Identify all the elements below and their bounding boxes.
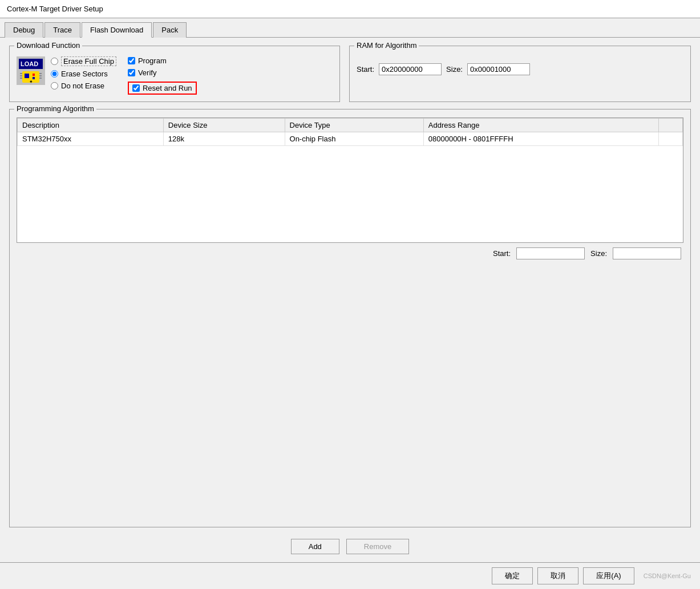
svg-rect-9 (20, 78, 22, 79)
col-device-size: Device Size (163, 119, 285, 132)
reset-and-run-label: Reset and Run (143, 84, 192, 92)
ram-legend: RAM for Algorithm (354, 41, 419, 50)
algo-table: Description Device Size Device Type Addr… (17, 118, 683, 146)
reset-and-run-checkbox[interactable] (132, 84, 140, 92)
col-extra (658, 119, 682, 132)
window-title: Cortex-M Target Driver Setup (7, 5, 103, 13)
algo-bottom: Start: Size: (17, 247, 683, 259)
svg-rect-8 (20, 75, 22, 76)
ram-start-input[interactable] (379, 63, 442, 75)
tab-trace[interactable]: Trace (44, 22, 80, 38)
title-bar: Cortex-M Target Driver Setup (0, 0, 700, 18)
cell-device-size: 128k (163, 132, 285, 146)
cell-description: STM32H750xx (18, 132, 164, 146)
cell-extra (658, 132, 682, 146)
ram-start-label: Start: (357, 65, 374, 74)
algo-size-label: Size: (590, 249, 607, 258)
erase-sectors-label: Erase Sectors (61, 70, 108, 78)
erase-sectors-option[interactable]: Erase Sectors (51, 70, 116, 78)
algo-start-input[interactable] (516, 247, 585, 259)
verify-option[interactable]: Verify (128, 68, 197, 77)
download-function-group: Download Function LOAD (9, 46, 340, 102)
button-row: Add Remove (9, 539, 691, 554)
algo-table-header: Description Device Size Device Type Addr… (18, 119, 683, 132)
svg-rect-10 (39, 73, 42, 74)
verify-checkbox[interactable] (128, 69, 135, 76)
prog-algo-legend: Programming Algorithm (14, 104, 96, 113)
ok-button[interactable]: 确定 (492, 567, 533, 584)
svg-rect-7 (20, 73, 22, 74)
table-row[interactable]: STM32H750xx 128k On-chip Flash 08000000H… (18, 132, 683, 146)
col-device-type: Device Type (285, 119, 423, 132)
ram-size-input[interactable] (467, 63, 530, 75)
tab-bar: Debug Trace Flash Download Pack (0, 18, 700, 38)
cancel-button[interactable]: 取消 (537, 567, 578, 584)
reset-and-run-highlight: Reset and Run (128, 82, 197, 95)
do-not-erase-label: Do not Erase (61, 82, 104, 90)
svg-rect-4 (25, 74, 29, 78)
tab-pack[interactable]: Pack (153, 22, 187, 38)
load-icon: LOAD (17, 56, 45, 85)
ram-for-algorithm-group: RAM for Algorithm Start: Size: (349, 46, 691, 102)
df-inner: LOAD (17, 54, 333, 95)
ram-fields: Start: Size: (357, 63, 683, 75)
download-function-legend: Download Function (14, 41, 82, 50)
erase-full-chip-radio[interactable] (51, 58, 58, 65)
content-area: Download Function LOAD (0, 38, 700, 562)
watermark: CSDN@Kent-Gu (644, 572, 691, 579)
remove-button[interactable]: Remove (346, 539, 409, 554)
algo-table-body: STM32H750xx 128k On-chip Flash 08000000H… (18, 132, 683, 146)
dialog-body: Debug Trace Flash Download Pack Download… (0, 18, 700, 589)
svg-text:✦: ✦ (29, 79, 33, 84)
ram-size-label: Size: (446, 65, 463, 74)
tab-flash-download[interactable]: Flash Download (82, 22, 152, 38)
program-checkbox[interactable] (128, 57, 135, 64)
cell-address-range: 08000000H - 0801FFFFH (423, 132, 658, 146)
col-description: Description (18, 119, 164, 132)
algo-size-input[interactable] (613, 247, 681, 259)
algo-start-label: Start: (493, 249, 511, 258)
add-button[interactable]: Add (291, 539, 339, 554)
svg-text:LOAD: LOAD (21, 60, 38, 67)
check-column: Program Verify Reset and Run (128, 56, 197, 95)
erase-full-chip-label: Erase Full Chip (61, 56, 116, 66)
col-address-range: Address Range (423, 119, 658, 132)
top-row: Download Function LOAD (9, 46, 691, 102)
erase-sectors-radio[interactable] (51, 70, 58, 78)
program-option[interactable]: Program (128, 56, 197, 65)
bottom-bar: 确定 取消 应用(A) CSDN@Kent-Gu (0, 562, 700, 589)
svg-rect-12 (39, 78, 42, 79)
algo-table-container: Description Device Size Device Type Addr… (17, 117, 683, 243)
do-not-erase-option[interactable]: Do not Erase (51, 82, 116, 90)
erase-full-chip-option[interactable]: Erase Full Chip (51, 56, 116, 66)
apply-button[interactable]: 应用(A) (583, 567, 634, 584)
program-label: Program (138, 56, 167, 65)
do-not-erase-radio[interactable] (51, 82, 58, 90)
tab-debug[interactable]: Debug (5, 22, 43, 38)
svg-rect-11 (39, 75, 42, 76)
svg-rect-5 (33, 74, 35, 76)
verify-label: Verify (138, 68, 157, 77)
cell-device-type: On-chip Flash (285, 132, 423, 146)
radio-column: Erase Full Chip Erase Sectors Do not Era… (51, 56, 116, 90)
programming-algorithm-group: Programming Algorithm Description Device… (9, 109, 691, 527)
